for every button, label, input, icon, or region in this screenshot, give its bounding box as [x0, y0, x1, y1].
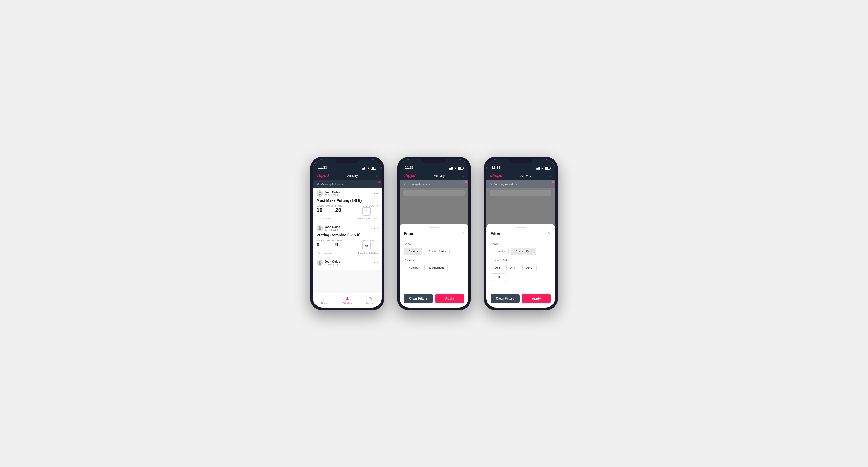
activity-header-1: Josh Coles 28 Feb 2023 ••• [317, 190, 378, 197]
activity-header-3: Josh Coles 28 Feb 2023 ••• [317, 260, 378, 266]
bottom-nav-1: ⌂ Home ♟ Activities ⊕ Capture [313, 293, 382, 308]
practice-drills-btn-2[interactable]: Practice Drills [424, 248, 450, 255]
nav-activities-1[interactable]: ♟ Activities [336, 293, 359, 308]
sq-label-2: Shot Quality [362, 239, 378, 242]
activity-footer-2: ℹ Test Information Data: Clippd Capture [317, 252, 378, 254]
filter-title-2: Filter [404, 231, 414, 236]
nav-home-1[interactable]: ⌂ Home [313, 293, 336, 308]
rounds-label-2: Rounds [404, 259, 464, 262]
viewing-bar-3: ⚙ Viewing Activities [486, 180, 555, 188]
phones-container: 11:33 ▲ clippd Activity [310, 157, 558, 310]
viewing-bar-1[interactable]: ⚙ Viewing Activities [313, 180, 382, 188]
more-button-3[interactable]: ••• [374, 261, 378, 265]
filter-dot-3 [552, 181, 554, 183]
sq-badge-2: 45 [362, 242, 371, 250]
user-date-3: 28 Feb 2023 [324, 263, 340, 266]
status-icons-1: ▲ [362, 166, 376, 169]
filter-show-section-3: Show Rounds Practice Drills [491, 242, 551, 259]
app-header-2: clippd Activity ≡ [400, 171, 468, 180]
practice-round-btn-2[interactable]: Practice [404, 264, 422, 271]
filter-icon-3: ⚙ [490, 182, 493, 186]
dimmed-overlay-2: Filter ✕ Show Rounds Practice Drills Rou… [400, 188, 468, 308]
filter-close-2[interactable]: ✕ [461, 231, 464, 235]
status-time-3: 11:33 [492, 165, 500, 169]
shots-label-1: Shots [335, 205, 343, 207]
filter-footer-3: Clear Filters Apply [491, 294, 551, 303]
hamburger-menu-3[interactable]: ≡ [549, 174, 551, 178]
nav-capture-1[interactable]: ⊕ Capture [359, 293, 382, 308]
signal-icon-1 [362, 167, 366, 169]
viewing-bar-text-3: Viewing Activities [494, 183, 517, 186]
user-details-2: Josh Coles 28 Feb 2023 [324, 225, 340, 231]
rounds-btn-3[interactable]: Rounds [491, 248, 508, 255]
more-button-1[interactable]: ••• [374, 191, 378, 196]
activity-card-1: Josh Coles 28 Feb 2023 ••• Must Make Put… [313, 188, 382, 222]
dimmed-content-3 [486, 188, 555, 200]
drills-label-3: Practice Drills [491, 259, 551, 262]
score-value-1: 10 [317, 207, 324, 213]
drag-handle-2 [429, 227, 439, 228]
clear-filters-btn-3[interactable]: Clear Filters [491, 294, 520, 303]
header-title-1: Activity [347, 174, 358, 178]
screen-1: 11:33 ▲ clippd Activity [313, 159, 382, 308]
battery-icon-3 [545, 166, 550, 169]
drag-handle-3 [516, 227, 526, 228]
tournament-btn-2[interactable]: Tournament [425, 264, 448, 271]
app-header-3: clippd Activity ≡ [486, 171, 555, 180]
wifi-icon-2: ▲ [454, 166, 457, 169]
user-details-3: Josh Coles 28 Feb 2023 [324, 260, 340, 266]
user-info-1: Josh Coles 28 Feb 2023 [317, 190, 340, 197]
battery-icon-1 [371, 166, 376, 169]
filter-header-2: Filter ✕ [404, 231, 464, 238]
battery-icon-2 [458, 166, 463, 169]
filter-close-3[interactable]: ✕ [548, 231, 551, 235]
filter-dot-1 [378, 181, 380, 183]
rounds-btn-2[interactable]: Rounds [404, 248, 422, 255]
apply-btn-2[interactable]: Apply [435, 294, 464, 303]
out-of-2: OUT OF [326, 239, 334, 242]
svg-point-4 [319, 261, 320, 262]
signal-icon-2 [449, 167, 453, 169]
filter-icon-2: ⚙ [403, 182, 406, 186]
phone-1: 11:33 ▲ clippd Activity [310, 157, 384, 310]
notch-1 [335, 157, 359, 163]
hamburger-menu-2[interactable]: ≡ [463, 174, 465, 178]
hamburger-menu-1[interactable]: ≡ [376, 174, 378, 178]
avatar-1 [317, 190, 323, 197]
app-btn-3[interactable]: APP [506, 264, 520, 271]
logo-1: clippd [317, 173, 329, 178]
filter-show-section-2: Show Rounds Practice Drills [404, 242, 464, 259]
score-label-2: Score [317, 239, 324, 242]
more-button-2[interactable]: ••• [374, 226, 378, 230]
putt-btn-3[interactable]: PUTT [491, 274, 506, 281]
avatar-2 [317, 225, 323, 231]
activity-card-3: Josh Coles 28 Feb 2023 ••• [313, 257, 382, 270]
user-name-2: Josh Coles [324, 225, 340, 228]
user-info-2: Josh Coles 28 Feb 2023 [317, 225, 340, 231]
ott-btn-3[interactable]: OTT [491, 264, 504, 271]
home-icon-1: ⌂ [323, 297, 326, 301]
clear-filters-btn-2[interactable]: Clear Filters [404, 294, 433, 303]
round-type-buttons-2: Practice Tournament [404, 264, 464, 271]
screen-2: 11:33 ▲ clippd Activity [400, 159, 468, 308]
activity-stats-2: Score 0 OUT OF Shots 9 Shot Quality 45 [317, 239, 378, 250]
user-date-1: 28 Feb 2023 [324, 194, 340, 196]
capture-label-1: Capture [366, 302, 374, 304]
filter-title-3: Filter [491, 231, 500, 236]
phone-2: 11:33 ▲ clippd Activity [397, 157, 471, 310]
status-time-2: 11:33 [405, 165, 414, 169]
arg-btn-3[interactable]: ARG [522, 264, 537, 271]
test-info-1: ℹ Test Information [317, 217, 333, 219]
practice-drills-btn-3[interactable]: Practice Drills [511, 248, 536, 255]
filter-dot-2 [465, 181, 467, 183]
viewing-bar-2: ⚙ Viewing Activities [400, 180, 468, 188]
show-buttons-3: Rounds Practice Drills [491, 248, 551, 255]
filter-footer-2: Clear Filters Apply [404, 294, 464, 303]
status-time-1: 11:33 [318, 165, 327, 169]
apply-btn-3[interactable]: Apply [522, 294, 551, 303]
user-name-1: Josh Coles [324, 191, 340, 194]
svg-point-2 [319, 226, 320, 228]
screen-3: 11:33 ▲ clippd Activity [486, 159, 555, 308]
home-label-1: Home [321, 302, 328, 304]
activity-title-2: Putting Combine (3-15 ft) [317, 233, 378, 237]
